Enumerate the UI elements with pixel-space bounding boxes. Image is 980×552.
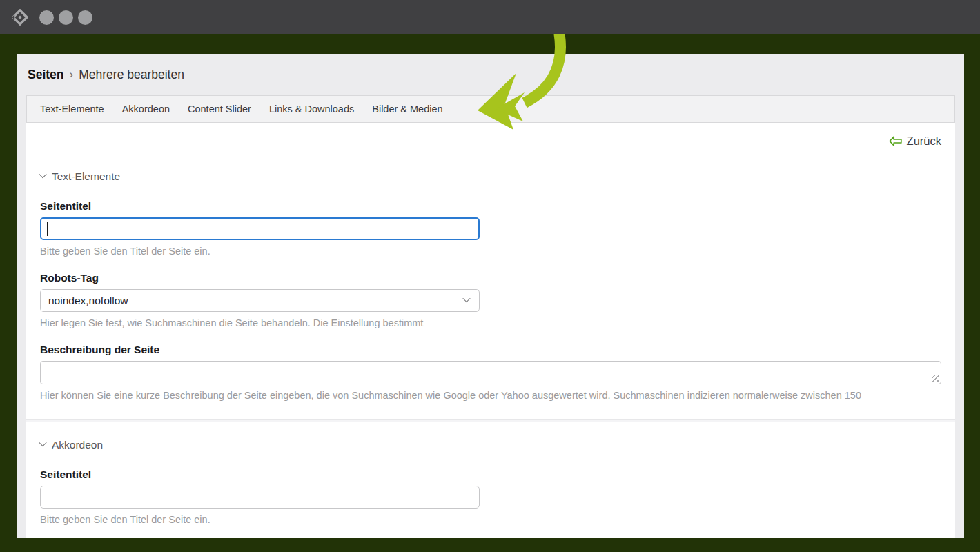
beschreibung-textarea[interactable] [40,361,941,384]
chevron-down-icon [39,170,46,178]
tab-text-elemente[interactable]: Text-Elemente [31,96,113,122]
robots-tag-value: noindex,nofollow [48,295,128,307]
tab-content-slider[interactable]: Content Slider [179,96,260,122]
tab-links-downloads[interactable]: Links & Downloads [260,96,363,122]
chevron-down-icon [39,439,46,446]
seitentitel-input-2[interactable] [40,486,480,509]
tab-bilder-medien[interactable]: Bilder & Medien [363,96,451,122]
field-label-seitentitel-2: Seitentitel [40,469,941,481]
section-title: Text-Elemente [52,170,120,183]
app-panel: Seiten › Mehrere bearbeiten Text-Element… [17,54,964,538]
section-title: Akkordeon [52,439,103,451]
back-arrow-icon [889,136,902,146]
resize-handle-icon[interactable] [932,375,939,382]
section-divider [26,419,955,422]
robots-tag-select[interactable]: noindex,nofollow [40,289,480,312]
edit-form: Zurück Text-Elemente Seitentitel Bitte g… [26,123,955,538]
breadcrumb-section[interactable]: Seiten [28,68,64,82]
field-help: Bitte geben Sie den Titel der Seite ein. [40,246,941,257]
back-link-label: Zurück [907,135,941,148]
field-help: Bitte geben Sie den Titel der Seite ein. [40,514,941,525]
tab-akkordeon[interactable]: Akkordeon [113,96,179,122]
window-dot-icon [78,10,92,25]
window-dot-icon [59,10,73,25]
section-header-akkordeon[interactable]: Akkordeon [40,439,941,451]
diamond-logo-icon [12,9,28,26]
back-link[interactable]: Zurück [889,135,941,148]
breadcrumb-separator: › [70,68,74,81]
field-help: Hier legen Sie fest, wie Suchmaschinen d… [40,317,941,328]
window-dot-icon [39,10,54,25]
chevron-down-icon [462,294,470,302]
field-help: Hier können Sie eine kurze Beschreibung … [40,390,941,401]
browser-titlebar [0,0,980,34]
breadcrumb: Seiten › Mehrere bearbeiten [17,54,964,95]
field-label-beschreibung: Beschreibung der Seite [40,344,941,356]
field-label-robots-tag: Robots-Tag [40,272,941,284]
breadcrumb-current: Mehrere bearbeiten [79,68,184,82]
field-label-seitentitel: Seitentitel [40,200,941,213]
text-cursor [47,222,48,236]
seitentitel-input[interactable] [40,217,480,240]
section-tabbar: Text-Elemente Akkordeon Content Slider L… [26,95,955,123]
section-header-text-elemente[interactable]: Text-Elemente [40,170,941,183]
